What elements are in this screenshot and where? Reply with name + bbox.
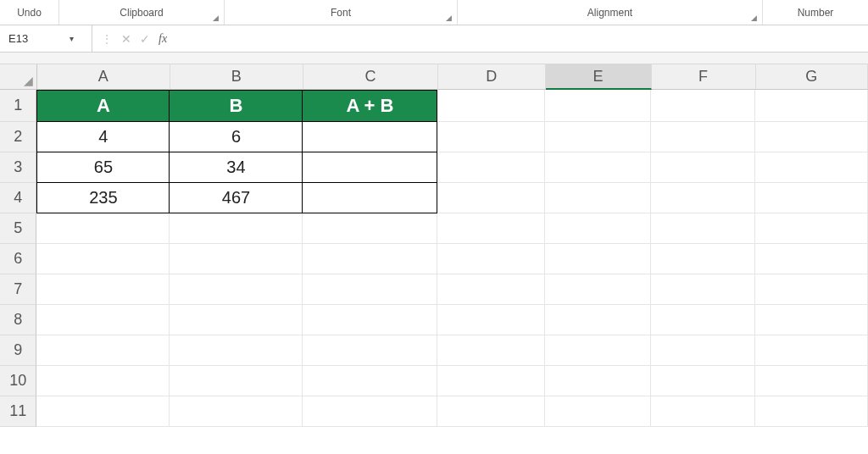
row-header-4[interactable]: 4 — [0, 183, 36, 213]
cell-G7[interactable] — [755, 274, 868, 305]
row-header-11[interactable]: 11 — [0, 396, 36, 427]
cell-B8[interactable] — [170, 305, 303, 335]
cell-G1[interactable] — [755, 90, 868, 122]
cell-F1[interactable] — [651, 90, 755, 122]
row-header-2[interactable]: 2 — [0, 122, 36, 152]
cell-B1[interactable]: B — [170, 90, 303, 122]
cell-E8[interactable] — [545, 305, 651, 335]
row-header-5[interactable]: 5 — [0, 213, 36, 244]
fx-icon[interactable]: fx — [159, 32, 167, 46]
cell-B10[interactable] — [170, 366, 303, 396]
cell-D5[interactable] — [437, 213, 545, 244]
column-header-A[interactable]: A — [37, 64, 170, 90]
cell-D11[interactable] — [437, 396, 545, 427]
cell-F9[interactable] — [651, 335, 755, 366]
cell-F10[interactable] — [651, 366, 755, 396]
cell-G10[interactable] — [755, 366, 868, 396]
chevron-down-icon[interactable]: ▾ — [70, 34, 74, 43]
cell-F4[interactable] — [651, 183, 755, 213]
cell-G4[interactable] — [755, 183, 868, 213]
spreadsheet-grid[interactable]: ◢ A B C D E F G 1 A B A + B 2 4 6 — [0, 64, 868, 427]
ribbon-group-alignment[interactable]: Alignment ◢ — [458, 0, 763, 25]
cell-G9[interactable] — [755, 335, 868, 366]
cell-D3[interactable] — [437, 152, 545, 183]
cell-F2[interactable] — [651, 122, 755, 152]
cell-A2[interactable]: 4 — [36, 122, 170, 152]
row-header-7[interactable]: 7 — [0, 274, 36, 305]
cell-D10[interactable] — [437, 366, 545, 396]
row-header-3[interactable]: 3 — [0, 152, 36, 183]
cell-F8[interactable] — [651, 305, 755, 335]
cell-B2[interactable]: 6 — [170, 122, 303, 152]
ribbon-group-font[interactable]: Font ◢ — [225, 0, 458, 25]
cell-A4[interactable]: 235 — [36, 183, 170, 213]
select-all-corner[interactable]: ◢ — [0, 64, 37, 90]
cell-C9[interactable] — [303, 335, 437, 366]
column-header-G[interactable]: G — [756, 64, 868, 90]
cell-D7[interactable] — [437, 274, 545, 305]
cell-E7[interactable] — [545, 274, 651, 305]
cell-E3[interactable] — [545, 152, 651, 183]
cell-E10[interactable] — [545, 366, 651, 396]
cell-A11[interactable] — [36, 396, 170, 427]
row-header-9[interactable]: 9 — [0, 335, 36, 366]
cancel-icon[interactable]: ✕ — [121, 32, 131, 46]
cell-D2[interactable] — [437, 122, 545, 152]
cell-B7[interactable] — [170, 274, 303, 305]
cell-E9[interactable] — [545, 335, 651, 366]
column-header-E[interactable]: E — [546, 64, 652, 90]
cell-A5[interactable] — [36, 213, 170, 244]
cell-G2[interactable] — [755, 122, 868, 152]
cell-D1[interactable] — [437, 90, 545, 122]
cell-A9[interactable] — [36, 335, 170, 366]
cell-E6[interactable] — [545, 244, 651, 274]
cell-B4[interactable]: 467 — [170, 183, 303, 213]
row-header-10[interactable]: 10 — [0, 366, 36, 396]
cell-D8[interactable] — [437, 305, 545, 335]
column-header-D[interactable]: D — [438, 64, 546, 90]
cell-C4[interactable] — [303, 183, 437, 213]
cell-A6[interactable] — [36, 244, 170, 274]
cell-A7[interactable] — [36, 274, 170, 305]
cell-C2[interactable] — [303, 122, 437, 152]
cell-D4[interactable] — [437, 183, 545, 213]
enter-icon[interactable]: ✓ — [140, 32, 150, 46]
column-header-B[interactable]: B — [170, 64, 303, 90]
cell-A8[interactable] — [36, 305, 170, 335]
cell-C5[interactable] — [303, 213, 437, 244]
ribbon-group-clipboard[interactable]: Clipboard ◢ — [59, 0, 225, 25]
cell-F7[interactable] — [651, 274, 755, 305]
name-box-input[interactable] — [7, 31, 64, 46]
cell-C8[interactable] — [303, 305, 437, 335]
cell-B5[interactable] — [170, 213, 303, 244]
cell-C3[interactable] — [303, 152, 437, 183]
cell-G3[interactable] — [755, 152, 868, 183]
cell-E4[interactable] — [545, 183, 651, 213]
formula-input[interactable] — [181, 25, 868, 52]
cell-D9[interactable] — [437, 335, 545, 366]
cell-G6[interactable] — [755, 244, 868, 274]
cell-G8[interactable] — [755, 305, 868, 335]
cell-A10[interactable] — [36, 366, 170, 396]
cell-C7[interactable] — [303, 274, 437, 305]
name-box[interactable]: ▾ — [0, 25, 92, 52]
cell-E11[interactable] — [545, 396, 651, 427]
dialog-launcher-icon[interactable]: ◢ — [751, 14, 757, 22]
cell-B3[interactable]: 34 — [170, 152, 303, 183]
cell-C10[interactable] — [303, 366, 437, 396]
ribbon-group-number[interactable]: Number — [763, 0, 868, 25]
cell-B9[interactable] — [170, 335, 303, 366]
cell-G5[interactable] — [755, 213, 868, 244]
cell-F11[interactable] — [651, 396, 755, 427]
cell-F5[interactable] — [651, 213, 755, 244]
column-header-C[interactable]: C — [303, 64, 438, 90]
cell-C11[interactable] — [303, 396, 437, 427]
cell-E1[interactable] — [545, 90, 651, 122]
cell-C1[interactable]: A + B — [303, 90, 437, 122]
row-header-6[interactable]: 6 — [0, 244, 36, 274]
cell-G11[interactable] — [755, 396, 868, 427]
row-header-1[interactable]: 1 — [0, 90, 36, 122]
cell-A1[interactable]: A — [36, 90, 170, 122]
cell-A3[interactable]: 65 — [36, 152, 170, 183]
row-header-8[interactable]: 8 — [0, 305, 36, 335]
